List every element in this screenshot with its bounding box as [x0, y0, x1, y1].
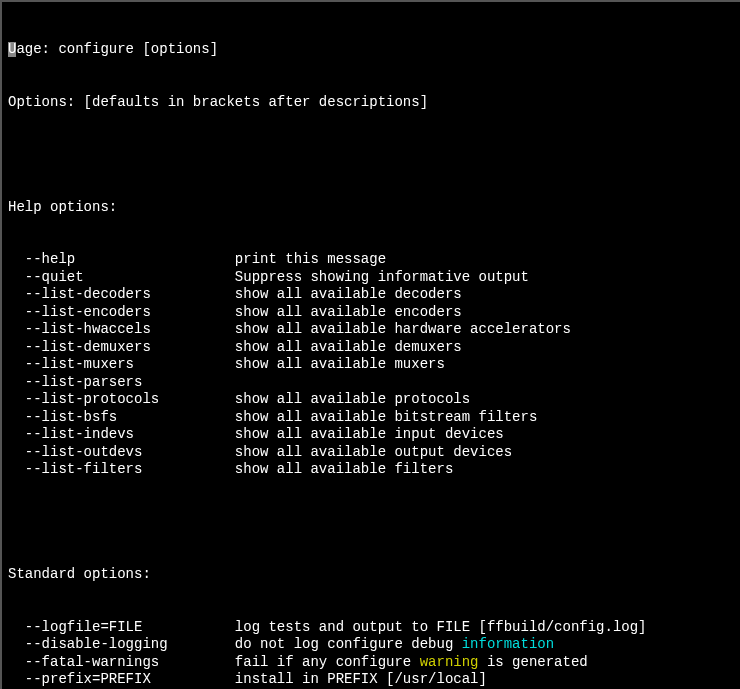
- option-desc: show all available muxers: [235, 356, 445, 372]
- help-options-list: --help print this message --quiet Suppre…: [8, 251, 734, 479]
- option-desc: show all available filters: [235, 461, 453, 477]
- standard-option-row: --disable-logging do not log configure d…: [8, 636, 734, 654]
- option-desc-pre: fail if any configure: [235, 654, 420, 670]
- help-option-row: --help print this message: [8, 251, 734, 269]
- option-desc: install in PREFIX [/usr/local]: [235, 671, 487, 687]
- option-desc: print this message: [235, 251, 386, 267]
- option-flag: --quiet: [8, 269, 235, 285]
- option-desc: show all available demuxers: [235, 339, 462, 355]
- help-option-row: --list-outdevs show all available output…: [8, 444, 734, 462]
- options-defaults-line: Options: [defaults in brackets after des…: [8, 94, 734, 112]
- option-desc: Suppress showing informative output: [235, 269, 529, 285]
- option-flag: --list-demuxers: [8, 339, 235, 355]
- standard-option-row: --fatal-warnings fail if any configure w…: [8, 654, 734, 672]
- standard-options-list: --logfile=FILE log tests and output to F…: [8, 619, 734, 690]
- option-flag: --list-hwaccels: [8, 321, 235, 337]
- standard-options-heading: Standard options:: [8, 566, 734, 584]
- standard-option-row: --logfile=FILE log tests and output to F…: [8, 619, 734, 637]
- option-desc: show all available bitstream filters: [235, 409, 537, 425]
- option-flag: --prefix=PREFIX: [8, 671, 235, 687]
- option-flag: --list-decoders: [8, 286, 235, 302]
- help-option-row: --list-protocols show all available prot…: [8, 391, 734, 409]
- highlight-info: information: [462, 636, 554, 652]
- usage-line: Uage: configure [options]: [8, 41, 734, 59]
- option-desc: show all available output devices: [235, 444, 512, 460]
- option-flag: --disable-logging: [8, 636, 235, 652]
- option-flag: --logfile=FILE: [8, 619, 235, 635]
- help-options-heading: Help options:: [8, 199, 734, 217]
- help-option-row: --list-muxers show all available muxers: [8, 356, 734, 374]
- option-desc-post: is generated: [479, 654, 588, 670]
- option-desc: show all available encoders: [235, 304, 462, 320]
- option-desc: log tests and output to FILE [ffbuild/co…: [235, 619, 647, 635]
- option-flag: --help: [8, 251, 235, 267]
- option-flag: --list-bsfs: [8, 409, 235, 425]
- help-option-row: --list-demuxers show all available demux…: [8, 339, 734, 357]
- option-desc: show all available input devices: [235, 426, 504, 442]
- option-flag: --list-protocols: [8, 391, 235, 407]
- highlight-warning: warning: [420, 654, 479, 670]
- option-flag: --list-encoders: [8, 304, 235, 320]
- help-option-row: --list-encoders show all available encod…: [8, 304, 734, 322]
- help-option-row: --list-decoders show all available decod…: [8, 286, 734, 304]
- help-option-row: --list-indevs show all available input d…: [8, 426, 734, 444]
- standard-option-row: --prefix=PREFIX install in PREFIX [/usr/…: [8, 671, 734, 689]
- help-option-row: --list-parsers: [8, 374, 734, 392]
- option-desc: show all available hardware accelerators: [235, 321, 571, 337]
- terminal-output[interactable]: Uage: configure [options] Options: [defa…: [2, 2, 740, 689]
- option-flag: --list-parsers: [8, 374, 235, 390]
- option-flag: --list-muxers: [8, 356, 235, 372]
- option-desc: show all available protocols: [235, 391, 470, 407]
- option-flag: --fatal-warnings: [8, 654, 235, 670]
- option-flag: --list-outdevs: [8, 444, 235, 460]
- option-desc-pre: do not log configure debug: [235, 636, 462, 652]
- option-flag: --list-indevs: [8, 426, 235, 442]
- help-option-row: --list-bsfs show all available bitstream…: [8, 409, 734, 427]
- help-option-row: --quiet Suppress showing informative out…: [8, 269, 734, 287]
- option-flag: --list-filters: [8, 461, 235, 477]
- option-desc: show all available decoders: [235, 286, 462, 302]
- help-option-row: --list-hwaccels show all available hardw…: [8, 321, 734, 339]
- help-option-row: --list-filters show all available filter…: [8, 461, 734, 479]
